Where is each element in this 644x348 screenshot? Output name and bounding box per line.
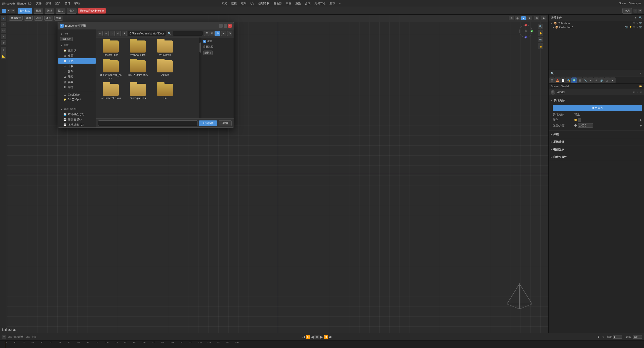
- jump-start-btn[interactable]: ⏮: [302, 335, 305, 339]
- settings-btn[interactable]: ⚙: [227, 31, 232, 36]
- rotate-tool[interactable]: ⟳: [1, 28, 6, 33]
- sidebar-desktop[interactable]: 🖥 桌面: [58, 53, 96, 58]
- mist-section-header[interactable]: ▶ 雾场通道: [551, 139, 642, 145]
- tab-output[interactable]: 📤: [555, 77, 560, 83]
- workspace-uv[interactable]: UV: [249, 2, 256, 6]
- folder-adobe[interactable]: Adobe: [152, 59, 178, 81]
- global-transform[interactable]: 全局: [622, 8, 632, 14]
- overlay-checkbox[interactable]: ✓: [203, 40, 206, 43]
- view2-label[interactable]: 视图: [26, 335, 30, 338]
- view-grid-btn[interactable]: ⊟: [215, 31, 220, 36]
- tab-world[interactable]: 🌍: [571, 77, 577, 83]
- filename-input[interactable]: [98, 120, 197, 126]
- sidebar-artppt[interactable]: 📁 01 艺术ppt: [58, 97, 96, 102]
- menu-edit[interactable]: 编辑: [44, 1, 53, 6]
- gizmo-move[interactable]: ✋: [538, 30, 543, 36]
- end-frame-input[interactable]: [633, 335, 642, 339]
- workspace-modeling[interactable]: 建模: [230, 1, 238, 6]
- sidebar-onedrive[interactable]: ☁ OneDrive: [58, 92, 96, 97]
- object-menu[interactable]: 物体: [67, 8, 76, 14]
- add-menu[interactable]: 添加: [56, 8, 65, 14]
- tab-data[interactable]: △: [605, 77, 610, 83]
- workspace-render[interactable]: 渲染: [294, 1, 302, 6]
- gizmo-lock[interactable]: 🔒: [538, 43, 543, 49]
- color-expand-icon[interactable]: ▶: [640, 119, 642, 121]
- folder-ea[interactable]: Ea: [152, 83, 178, 101]
- addon-btn[interactable]: RetopoFlow (broken): [78, 8, 106, 14]
- marker-label[interactable]: 标记: [32, 335, 36, 338]
- dialog-close-btn[interactable]: ×: [228, 24, 232, 28]
- vd-section-header[interactable]: ▶ 视图显示: [551, 147, 642, 152]
- volumes-header[interactable]: ▼ 体积（卷标）: [58, 107, 96, 112]
- folder-office[interactable]: 自定义 Office 模板: [125, 59, 150, 81]
- jump-end-btn[interactable]: ⏭: [329, 335, 332, 339]
- eye-icon[interactable]: 👁: [633, 22, 635, 24]
- step-back-btn[interactable]: ⏪: [306, 335, 310, 339]
- tab-modifier[interactable]: 🔧: [582, 77, 588, 83]
- menu-help[interactable]: 帮助: [73, 1, 81, 6]
- dialog-minimize-btn[interactable]: _: [219, 24, 223, 28]
- panel-new-icon[interactable]: +: [636, 85, 638, 88]
- vp-add[interactable]: 添加: [44, 16, 53, 21]
- play-back-btn[interactable]: ◀: [311, 335, 314, 339]
- view-label[interactable]: 视图: [8, 335, 12, 338]
- sidebar-drive-c[interactable]: 💾 本地磁盘 (C:): [58, 112, 96, 117]
- outliner-filter[interactable]: ▼: [634, 16, 637, 19]
- sidebar-drive-e[interactable]: 💾 本地磁盘 (E:): [58, 122, 96, 127]
- nav-forward-btn[interactable]: →: [104, 31, 109, 36]
- tab-physics[interactable]: ⚛: [593, 77, 599, 83]
- workspace-sculpt[interactable]: 雕刻: [239, 1, 248, 6]
- sidebar-home[interactable]: 🏠 主目录: [58, 48, 96, 53]
- current-frame[interactable]: 1: [598, 335, 599, 338]
- sidebar-fonts[interactable]: F 字体: [58, 85, 96, 90]
- vp-shading-material[interactable]: ●: [521, 16, 526, 20]
- outliner-scene-collection[interactable]: ▼ 📦 Collection 👁 ↖ 📷: [549, 21, 644, 25]
- view-menu[interactable]: 视图: [34, 8, 43, 14]
- play-btn[interactable]: ▶: [320, 335, 323, 339]
- vp-mode[interactable]: 物体模式: [9, 16, 23, 21]
- dialog-maximize-btn[interactable]: □: [224, 24, 227, 28]
- tab-material[interactable]: ●: [610, 77, 616, 83]
- color-swatch[interactable]: [578, 118, 581, 122]
- nav-back-btn[interactable]: ←: [98, 31, 103, 36]
- panel-browse-icon[interactable]: 📂: [639, 85, 642, 88]
- view-list-btn[interactable]: ☰: [204, 31, 209, 36]
- folder-wechat[interactable]: WeChat Files: [125, 39, 150, 57]
- system-header[interactable]: ▼ 系统: [58, 43, 96, 48]
- vp-select[interactable]: 选择: [34, 16, 43, 21]
- render-icon2[interactable]: 📷: [639, 26, 642, 28]
- tab-view-layer[interactable]: 📄: [560, 77, 566, 83]
- measure-tool[interactable]: 📐: [1, 53, 6, 59]
- workspace-layout[interactable]: 布局: [220, 1, 229, 6]
- render-icon[interactable]: 📷: [639, 22, 642, 24]
- target-path-dropdown[interactable]: 默认 ▾: [203, 51, 213, 55]
- vp-view[interactable]: 视图: [24, 16, 33, 21]
- workspace-scripting[interactable]: 脚本: [328, 1, 337, 6]
- start-frame-input[interactable]: [613, 335, 622, 339]
- strength-socket[interactable]: [574, 124, 577, 127]
- workspace-shading[interactable]: 着色器: [272, 1, 283, 6]
- tab-constraints[interactable]: 🔗: [599, 77, 605, 83]
- toolbar-icon-2[interactable]: ■: [7, 9, 11, 13]
- confirm-install-btn[interactable]: 安装插件: [199, 120, 217, 126]
- nav-bookmark-btn[interactable]: ★: [122, 31, 127, 36]
- toolbar-icon-1[interactable]: ●: [2, 9, 6, 13]
- folder-wpsdrive[interactable]: WPSDrive: [152, 39, 178, 57]
- workspace-compositing[interactable]: 合成: [303, 1, 312, 6]
- folder-sunlogin[interactable]: Sunlogin Files: [125, 83, 150, 101]
- menu-render[interactable]: 渲染: [54, 1, 62, 6]
- unlink-icon[interactable]: ✕: [640, 91, 642, 94]
- cursor-tool[interactable]: +: [1, 16, 6, 21]
- timeline-icon[interactable]: ⏱: [2, 335, 6, 339]
- bookmarks-header[interactable]: ▼ 书签: [58, 31, 96, 36]
- strength-input[interactable]: 1.000: [578, 123, 593, 128]
- transform-icon-2[interactable]: ⟳: [638, 9, 642, 13]
- vp-xray[interactable]: ⊘: [541, 16, 546, 20]
- workspace-geometry[interactable]: 几何节点: [313, 1, 327, 6]
- vp-overlay[interactable]: ⊞: [534, 16, 539, 20]
- add-bookmark-btn[interactable]: 添加书签: [60, 37, 73, 41]
- surface-section-header[interactable]: ▼ 表(面/面): [551, 98, 642, 103]
- select-icon2[interactable]: ↖: [636, 26, 638, 28]
- properties-search-input[interactable]: [555, 72, 638, 75]
- timeline-bar[interactable]: 0 10 20 30 40 50 60 70 80 90 100 110 120…: [0, 341, 644, 348]
